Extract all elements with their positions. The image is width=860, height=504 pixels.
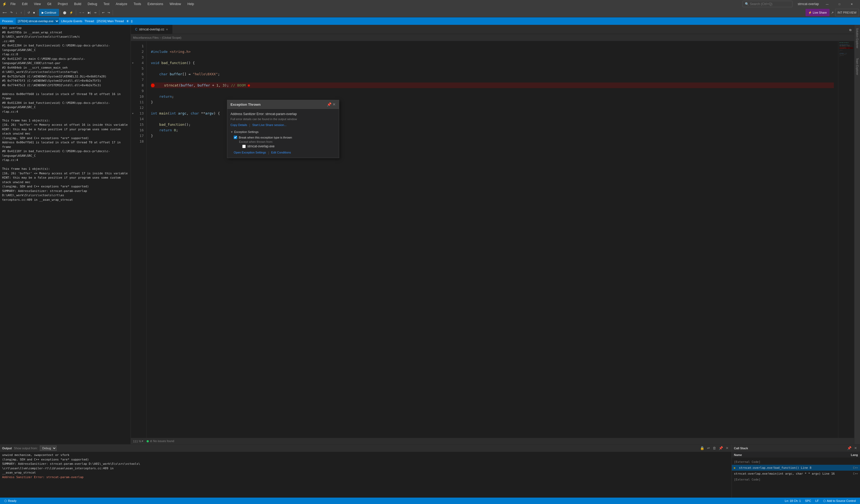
callstack-item-external-1[interactable]: [External Code] [732,459,860,465]
feedback-button[interactable]: ↗ [830,9,835,16]
copy-details-link[interactable]: Copy Details [230,123,247,127]
output-pin-button[interactable]: 📌 [718,446,724,450]
edit-conditions-link[interactable]: Edit Conditions [271,151,291,154]
callstack-item-external-2[interactable]: [External Code] [732,476,860,483]
tab-bar: C strncat-overlap.cc ✕ ⧉ [131,25,854,34]
menu-test[interactable]: Test [103,2,111,6]
undo-button[interactable]: ↩ [100,9,106,16]
callstack-close-button[interactable]: ✕ [853,446,858,450]
output-panel-actions[interactable]: 🔒 ⇌ 🗑 📌 ✕ [699,446,729,450]
window-controls[interactable]: — □ ✕ [821,0,858,8]
menu-tools[interactable]: Tools [132,2,142,6]
console-line: rlap.cc:4 [2,158,128,163]
exception-settings-title[interactable]: ▼ Exception Settings [230,130,336,133]
console-line: HINT: this may be a false positive if yo… [2,176,128,184]
callstack-content[interactable]: [External Code] ▶ strncat-overlap.exe!ba… [732,458,860,498]
open-exception-settings-link[interactable]: Open Exception Settings [234,151,266,154]
collapse-icon[interactable]: ▼ [230,131,233,133]
exceptions-button[interactable]: ⚡ [68,9,75,16]
close-button[interactable]: ✕ [846,0,858,8]
break-on-exception-setting[interactable]: Break when this exception type is thrown [234,136,336,139]
search-input[interactable] [750,2,790,6]
redo-button[interactable]: ↪ [106,9,112,16]
status-line-col[interactable]: Ln: 18 Ch: 1 [783,499,803,502]
output-content[interactable]: unwind mechanism, swapcontext or vfork (… [0,452,732,498]
menu-debug[interactable]: Debug [87,2,98,6]
console-line: [16, 26) 'buffer' <= Memory access at of… [2,123,128,127]
fold-gutter: ▾ ▾ [131,41,134,438]
no-issues-indicator [147,440,149,442]
step-over-button[interactable]: ↷ [9,9,14,16]
output-line: SUMMARY: AddressSanitizer: strncat-param… [2,462,729,466]
output-close-button[interactable]: ✕ [725,446,729,450]
menu-git[interactable]: Git [46,2,52,6]
pause-icon[interactable]: ⏸ [126,19,129,23]
exception-links[interactable]: Copy Details | Start Live Share session.… [230,123,336,127]
breakall-icon[interactable]: || [131,19,133,23]
split-editor-button[interactable]: ⧉ [848,26,853,34]
output-scroll-lock-button[interactable]: 🔒 [699,446,705,450]
menu-build[interactable]: Build [73,2,83,6]
minimize-button[interactable]: — [821,0,833,8]
callstack-item-bad-function[interactable]: ▶ strncat-overlap.exe!bad_function() Lin… [732,465,860,471]
output-clear-button[interactable]: 🗑 [712,446,717,450]
output-source-select[interactable]: Debug [40,446,57,451]
debug-console-content[interactable]: 64) overlap #0 0x43785b in __asan_wrap_s… [0,25,131,444]
pin-icon[interactable]: 📌 [327,102,331,106]
menu-project[interactable]: Project [57,2,69,6]
ready-label: Ready [8,499,17,502]
fold-13[interactable]: ▾ [131,110,134,116]
code-area[interactable]: ▾ ▾ 12345 678910 1112131415 [131,41,854,438]
break-on-exception-checkbox[interactable] [234,136,237,139]
int-preview-button[interactable]: INT PREVIEW [835,9,859,16]
console-line: (longjmp, SEH and C++ exceptions *are* s… [2,184,128,189]
live-share-button[interactable]: ⚡ Live Share [805,9,830,16]
tab-strncat-overlap[interactable]: C strncat-overlap.cc ✕ [131,25,173,34]
step-out-button[interactable]: ↑ [19,9,24,16]
menu-file[interactable]: File [9,2,17,6]
step-into-button[interactable]: ↓ [14,9,19,16]
menu-analyze[interactable]: Analyze [115,2,128,6]
callstack-panel-actions[interactable]: 📌 ✕ [846,446,858,450]
exe-exception-checkbox[interactable] [242,145,246,148]
status-encoding[interactable]: LF [813,499,821,502]
run-to-click-button[interactable]: ▶| [86,9,92,16]
breakpoints-button[interactable]: ⬤ [61,9,68,16]
global-search[interactable]: 🔍 [743,1,792,7]
close-exception-icon[interactable]: ✕ [332,102,336,106]
menu-window[interactable]: Window [169,2,182,6]
exception-header-actions[interactable]: 📌 ✕ [327,102,336,106]
fold-4[interactable]: ▾ [131,60,134,66]
set-next-stmt-button[interactable]: ⇒ [92,9,98,16]
restart-button[interactable]: ↺ [26,9,31,16]
menu-extensions[interactable]: Extensions [146,2,164,6]
debug-arrows-button[interactable]: →→ [77,9,86,16]
callstack-pin-button[interactable]: 📌 [846,446,852,450]
menu-edit[interactable]: Edit [21,2,29,6]
stop-button[interactable]: ■ [31,9,37,16]
start-live-share-link[interactable]: Start Live Share session... [252,123,286,127]
menu-view[interactable]: View [33,2,42,6]
status-ready[interactable]: ⬡ Ready [2,498,19,504]
team-explorer-icon[interactable]: Team Explorer [856,56,859,77]
output-word-wrap-button[interactable]: ⇌ [706,446,711,450]
menu-help[interactable]: Help [186,2,195,6]
maximize-button[interactable]: □ [833,0,846,8]
lifecycle-label[interactable]: Lifecycle Events [61,19,82,23]
fold-3 [131,55,134,60]
status-spaces[interactable]: SPC [803,499,813,502]
code-line-5 [151,66,834,71]
process-select[interactable]: [37924] strncat-overlap.exe [16,18,59,24]
continue-button[interactable]: ▶ Continue [39,9,59,16]
exception-footer-links[interactable]: Open Exception Settings | Edit Condition… [234,151,336,154]
zoom-dropdown-icon[interactable]: ▾ [142,440,143,443]
status-source-control[interactable]: ⬡ Add to Source Control [821,499,858,503]
tab-close-icon[interactable]: ✕ [166,28,168,31]
minimap[interactable]: #include <string.h> void bad_function() … [838,41,854,438]
zoom-level[interactable]: 111 % [133,440,141,443]
step-back-button[interactable]: ⟵ [1,9,9,16]
solution-explorer-icon[interactable]: Solution Explorer [856,26,859,50]
exe-exception-setting[interactable]: strncat-overlap.exe [242,145,336,148]
callstack-item-main[interactable]: strncat-overlap.exe!main(int argc, char … [732,471,860,476]
menu-bar[interactable]: File Edit View Git Project Build Debug T… [9,2,195,6]
